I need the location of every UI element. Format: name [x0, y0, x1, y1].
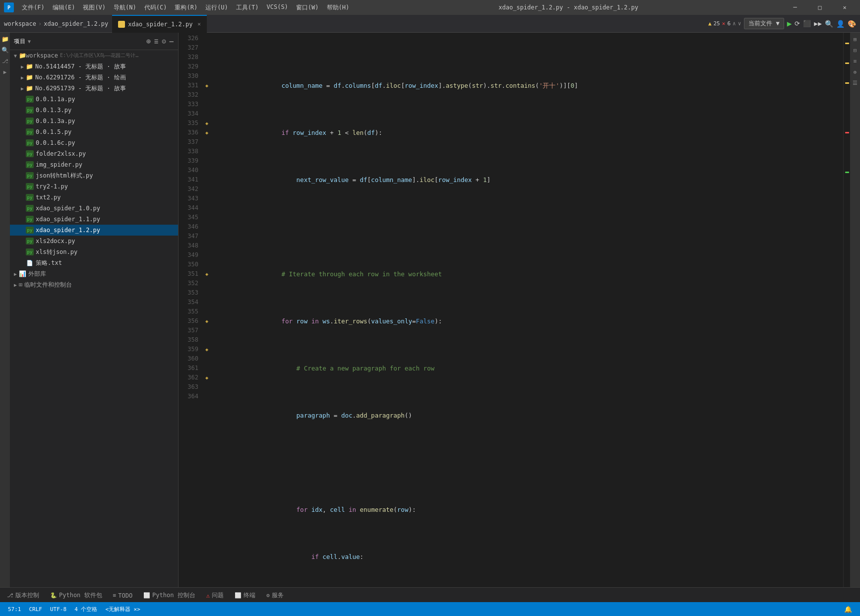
- right-icon-4[interactable]: ⊕: [851, 67, 860, 76]
- menu-window[interactable]: 窗口(W): [292, 3, 323, 12]
- line-num-350: 350: [179, 260, 198, 269]
- tree-file-strategy[interactable]: 📄 策略.txt: [10, 257, 178, 268]
- breadcrumb-file[interactable]: xdao_spider_1.2.py: [44, 20, 108, 27]
- tree-external-lib[interactable]: ▶ 📊 外部库: [10, 268, 178, 279]
- line-num-355: 355: [179, 307, 198, 316]
- tree-file-json2html[interactable]: py json转html样式.py: [10, 170, 178, 181]
- gutter-335[interactable]: ◈: [202, 119, 211, 128]
- tree-folder-62951[interactable]: ▶ 📁 No.62951739 - 无标题 · 故事: [10, 83, 178, 94]
- tree-temp-console[interactable]: ▶ ⊞ 临时文件和控制台: [10, 279, 178, 290]
- code-line-333: paragraph = doc.add_paragraph(): [211, 401, 843, 411]
- code-line-327: if row_index + 1 < len(df):: [211, 119, 843, 128]
- line-num-356: 356: [179, 316, 198, 326]
- right-icon-5[interactable]: ☰: [851, 78, 860, 87]
- console-icon: ⬜: [143, 592, 150, 599]
- code-line-329: [211, 213, 843, 222]
- gutter-359[interactable]: ◈: [202, 345, 211, 354]
- right-icon-2[interactable]: ⊟: [851, 46, 860, 55]
- tree-folder-62291[interactable]: ▶ 📁 No.62291726 - 无标题 · 绘画: [10, 72, 178, 83]
- tab-version-control[interactable]: ⎇ 版本控制: [2, 588, 44, 603]
- gutter-356[interactable]: ◈: [202, 316, 211, 326]
- tree-file-0015[interactable]: py 0.0.1.5.py: [10, 126, 178, 137]
- tree-file-xls2json[interactable]: py xls转json.py: [10, 246, 178, 257]
- tree-file-xls2docx[interactable]: py xls2docx.py: [10, 236, 178, 246]
- tab-terminal[interactable]: ⬜ 终端: [230, 588, 260, 603]
- explorer-tree: ▼ 📁 workspace E:\小说工作区\X鸟——花园二号计划\work..…: [10, 50, 178, 587]
- explorer-collapse-icon[interactable]: ⚙: [162, 37, 166, 45]
- tree-file-imgspider[interactable]: py img_spider.py: [10, 159, 178, 170]
- explorer-new-file-icon[interactable]: ⊕: [146, 37, 151, 45]
- tree-folder-51414[interactable]: ▶ 📁 No.51414457 - 无标题 · 故事: [10, 61, 178, 72]
- activity-explorer[interactable]: 📁: [0, 35, 9, 44]
- menu-vcs[interactable]: VCS(S): [263, 3, 292, 12]
- indent-label: 4 个空格: [74, 606, 97, 613]
- status-eol[interactable]: CRLF: [25, 602, 47, 616]
- current-file-button[interactable]: 当前文件 ▼: [744, 18, 784, 29]
- tree-file-0013[interactable]: py 0.0.1.3.py: [10, 105, 178, 116]
- search-icon[interactable]: 🔍: [825, 20, 833, 28]
- tree-file-try21[interactable]: py try2-1.py: [10, 181, 178, 192]
- tab-services[interactable]: ⚙ 服务: [261, 588, 289, 603]
- debug-icon[interactable]: ▶▶: [814, 20, 822, 27]
- status-interpreter[interactable]: <无解释器 ✕>: [101, 602, 144, 616]
- tree-file-0016c[interactable]: py 0.0.1.6c.py: [10, 137, 178, 148]
- menu-tools[interactable]: 工具(T): [232, 3, 263, 12]
- tree-file-folder2xlsx[interactable]: py folder2xlsx.py: [10, 148, 178, 159]
- activity-search[interactable]: 🔍: [0, 46, 9, 55]
- menu-nav[interactable]: 导航(N): [110, 3, 140, 12]
- tree-file-0011a[interactable]: py 0.0.1.1a.py: [10, 94, 178, 105]
- line-num-351: 351: [179, 269, 198, 279]
- right-icon-3[interactable]: ≡: [851, 57, 860, 65]
- stop-icon[interactable]: ⬛: [803, 20, 811, 27]
- close-button[interactable]: ✕: [833, 0, 856, 15]
- run-icon[interactable]: ▶: [787, 19, 792, 28]
- minimize-button[interactable]: ─: [784, 0, 806, 15]
- menu-run[interactable]: 运行(U): [201, 3, 232, 12]
- reload-icon[interactable]: ⟳: [795, 20, 800, 27]
- right-icon-1[interactable]: ⊞: [851, 35, 860, 44]
- tab-todo[interactable]: ≡ TODO: [108, 588, 138, 603]
- menu-code[interactable]: 代码(C): [140, 3, 171, 12]
- menu-refactor[interactable]: 重构(R): [171, 3, 201, 12]
- tree-file-xdao10[interactable]: py xdao_spider_1.0.py: [10, 203, 178, 214]
- activity-git[interactable]: ⎇: [0, 57, 9, 65]
- gutter: ◈ ◈ ◈ ◈: [202, 33, 211, 587]
- status-encoding[interactable]: UTF-8: [46, 602, 70, 616]
- tree-file-txt2[interactable]: py txt2.py: [10, 192, 178, 203]
- explorer-close-icon[interactable]: —: [170, 37, 174, 45]
- status-notification[interactable]: 🔔: [840, 602, 856, 616]
- tree-file-0013a[interactable]: py 0.0.1.3a.py: [10, 116, 178, 126]
- gutter-362[interactable]: ◈: [202, 373, 211, 382]
- minimap-scrollbar[interactable]: [843, 33, 850, 587]
- tab-python-packages[interactable]: 🐍 Python 软件包: [45, 588, 107, 603]
- tree-file-xdao11[interactable]: py xdao_spider_1.1.py: [10, 214, 178, 225]
- menu-help[interactable]: 帮助(H): [323, 3, 354, 12]
- tree-workspace[interactable]: ▼ 📁 workspace E:\小说工作区\X鸟——花园二号计划\work..…: [10, 50, 178, 61]
- status-indent[interactable]: 4 个空格: [70, 602, 101, 616]
- menu-file[interactable]: 文件(F): [18, 3, 49, 12]
- tree-file-xdao12[interactable]: py xdao_spider_1.2.py: [10, 225, 178, 236]
- tab-close-icon[interactable]: ✕: [197, 21, 201, 27]
- main-layout: 📁 🔍 ⎇ ▶ 项目 ▼ ⊕ ≡ ⚙ — ▼ 📁 workspace E:\小说…: [0, 33, 860, 587]
- explorer-new-folder-icon[interactable]: ≡: [154, 37, 159, 45]
- account-icon[interactable]: 👤: [836, 20, 845, 28]
- active-tab[interactable]: xdao_spider_1.2.py ✕: [112, 15, 207, 33]
- breadcrumb-workspace[interactable]: workspace: [4, 20, 36, 27]
- menu-view[interactable]: 视图(V): [79, 3, 110, 12]
- activity-debug[interactable]: ▶: [0, 67, 9, 76]
- gutter-331[interactable]: ◈: [202, 81, 211, 90]
- gutter-351[interactable]: ◈: [202, 269, 211, 279]
- status-position[interactable]: 57:1: [4, 602, 25, 616]
- right-activity-bar: ⊞ ⊟ ≡ ⊕ ☰: [850, 33, 860, 587]
- tab-file-icon: [118, 21, 125, 28]
- interpreter-label: <无解释器 ✕>: [105, 606, 140, 613]
- tab-problems[interactable]: ⚠ 问题: [201, 588, 229, 603]
- maximize-button[interactable]: □: [808, 0, 831, 15]
- code-text-area[interactable]: column_name = df.columns[df.iloc[row_ind…: [211, 33, 843, 587]
- menu-edit[interactable]: 编辑(E): [49, 3, 79, 12]
- gutter-336[interactable]: ◈: [202, 128, 211, 137]
- tab-python-console[interactable]: ⬜ Python 控制台: [138, 588, 200, 603]
- line-num-352: 352: [179, 279, 198, 288]
- line-num-328: 328: [179, 53, 198, 62]
- theme-icon[interactable]: 🎨: [848, 20, 856, 28]
